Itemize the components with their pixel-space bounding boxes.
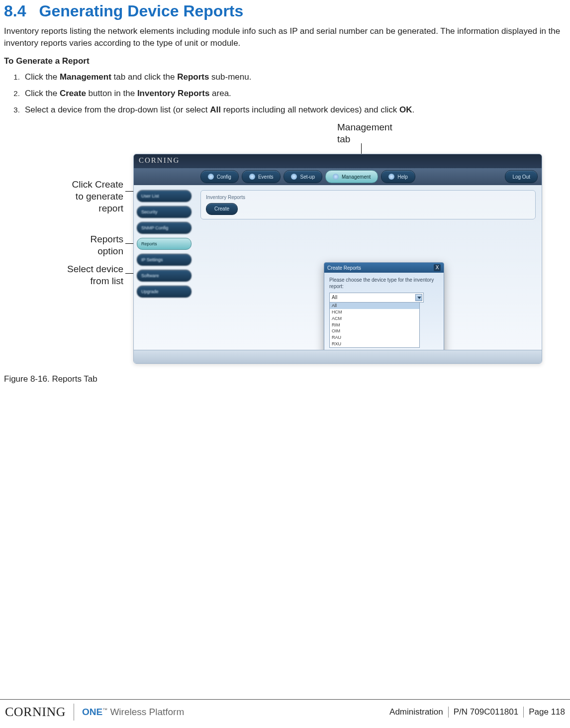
step-3: Select a device from the drop-down list …: [22, 103, 566, 116]
section-title: Generating Device Reports: [39, 2, 243, 20]
callout-reports-option: Reports option: [74, 233, 123, 257]
tab-management[interactable]: Management: [325, 170, 378, 183]
dropdown-option[interactable]: OIM: [330, 328, 419, 334]
dropdown-option[interactable]: RAU: [330, 334, 419, 341]
app-window: CORNING Config Events Set-up Management …: [133, 154, 542, 364]
tab-help[interactable]: Help: [381, 170, 415, 183]
tab-config[interactable]: Config: [200, 170, 239, 183]
footer-page: Page 118: [529, 707, 565, 717]
section-heading: 8.4Generating Device Reports: [4, 0, 566, 20]
steps-list: Click the Management tab and click the R…: [22, 70, 566, 117]
tab-icon: [388, 174, 394, 180]
side-item[interactable]: Software: [137, 270, 191, 282]
divider: [74, 704, 74, 721]
footer-pn: P/N 709C011801: [454, 707, 518, 717]
chevron-down-icon[interactable]: [415, 294, 422, 301]
logout-button[interactable]: Log Out: [505, 170, 538, 183]
section-number: 8.4: [4, 2, 26, 20]
dialog-body: Please choose the device type for the in…: [324, 273, 444, 354]
side-item[interactable]: SNMP Config: [137, 222, 191, 234]
app-toolbar: Config Events Set-up Management Help Log…: [134, 168, 542, 185]
step-2: Click the Create button in the Inventory…: [22, 87, 566, 100]
close-icon[interactable]: X: [434, 264, 441, 271]
side-menu: User List Security SNMP Config Reports I…: [134, 185, 194, 350]
dropdown-option[interactable]: RXU: [330, 341, 419, 347]
group-title: Inventory Reports: [206, 195, 530, 200]
brand-logo: CORNING: [5, 705, 66, 720]
tab-icon: [333, 174, 339, 180]
dialog-title-text: Create Reports: [327, 265, 361, 271]
dropdown-list: All HCM ACM RIM OIM RAU RXU: [329, 303, 420, 348]
procedure-heading: To Generate a Report: [4, 56, 566, 66]
inventory-reports-group: Inventory Reports Create: [200, 190, 536, 219]
product-name: ONE™ Wireless Platform: [82, 707, 184, 718]
page-footer: CORNING ONE™ Wireless Platform Administr…: [0, 699, 570, 721]
footer-left: CORNING ONE™ Wireless Platform: [5, 704, 184, 721]
dialog-prompt: Please choose the device type for the in…: [329, 277, 439, 290]
dropdown-option[interactable]: HCM: [330, 309, 419, 315]
side-item[interactable]: Upgrade: [137, 286, 191, 298]
dialog-titlebar: Create Reports X: [324, 263, 444, 273]
tab-events[interactable]: Events: [242, 170, 281, 183]
figure: Management tab Click Create to generate …: [4, 121, 551, 370]
tab-setup[interactable]: Set-up: [284, 170, 322, 183]
dropdown-selected: All: [332, 295, 337, 300]
side-item-reports[interactable]: Reports: [137, 238, 191, 250]
footer-right: Administration P/N 709C011801 Page 118: [389, 707, 565, 718]
dropdown-option[interactable]: All: [330, 303, 419, 309]
create-reports-dialog: Create Reports X Please choose the devic…: [324, 262, 444, 354]
divider: [448, 707, 449, 718]
figure-caption: Figure 8-16. Reports Tab: [4, 374, 566, 384]
intro-paragraph: Inventory reports listing the network el…: [4, 25, 566, 49]
tab-icon: [291, 174, 297, 180]
side-item[interactable]: Security: [137, 206, 191, 218]
tab-icon: [249, 174, 255, 180]
footer-section: Administration: [389, 707, 443, 717]
tab-icon: [208, 174, 214, 180]
app-titlebar: CORNING: [134, 154, 542, 168]
device-dropdown[interactable]: All: [329, 293, 424, 303]
app-body: User List Security SNMP Config Reports I…: [134, 185, 542, 350]
divider: [523, 707, 524, 718]
step-1: Click the Management tab and click the R…: [22, 70, 566, 84]
side-item[interactable]: IP Settings: [137, 254, 191, 266]
status-bar: [134, 350, 542, 363]
create-button[interactable]: Create: [206, 203, 238, 215]
dropdown-option[interactable]: ACM: [330, 315, 419, 322]
dropdown-option[interactable]: RIM: [330, 322, 419, 328]
side-item[interactable]: User List: [137, 190, 191, 202]
callout-create: Click Create to generate report: [59, 179, 123, 214]
callout-select-device: Select device from list: [59, 263, 123, 287]
content-area: Inventory Reports Create Create Reports …: [194, 185, 542, 350]
callout-management-tab: Management tab: [337, 121, 392, 145]
